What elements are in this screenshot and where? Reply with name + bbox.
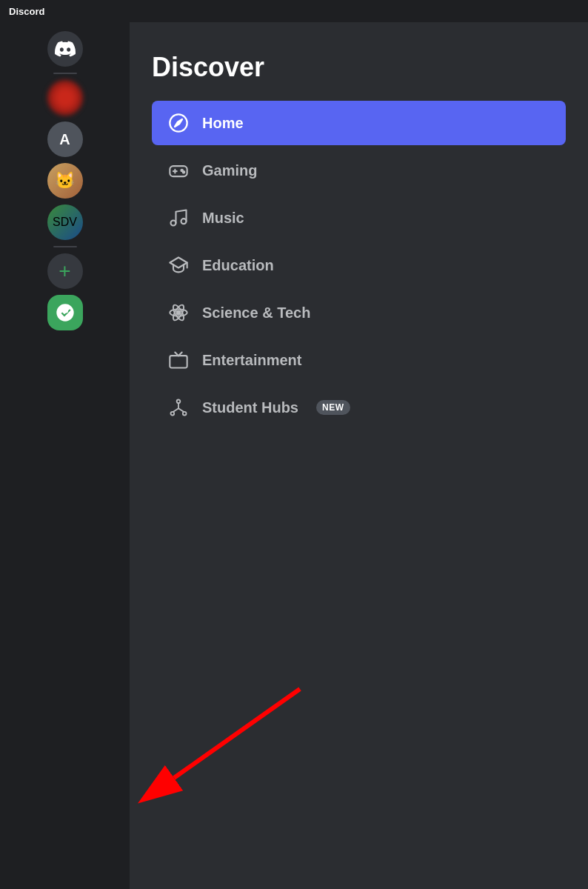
nav-item-home[interactable]: Home xyxy=(152,101,566,145)
sidebar-item-discover[interactable] xyxy=(47,295,83,330)
nav-item-music[interactable]: Music xyxy=(152,196,566,240)
nav-item-education[interactable]: Education xyxy=(152,243,566,287)
sidebar-divider-2 xyxy=(53,246,77,247)
nav-label-education: Education xyxy=(202,257,274,274)
sidebar-item-add-server[interactable]: + xyxy=(47,253,83,289)
server-letter: A xyxy=(59,131,70,148)
svg-point-12 xyxy=(177,311,181,315)
nav-item-student-hubs[interactable]: Student Hubs NEW xyxy=(152,385,566,430)
svg-marker-10 xyxy=(170,258,187,268)
nav-label-gaming: Gaming xyxy=(202,162,257,179)
svg-marker-2 xyxy=(175,119,182,127)
nav-label-entertainment: Entertainment xyxy=(202,352,301,369)
svg-point-7 xyxy=(183,171,184,173)
category-nav: Home Gaming xyxy=(152,101,566,430)
sidebar-item-server1[interactable] xyxy=(47,80,83,116)
sidebar-item-server-a[interactable]: A xyxy=(47,121,83,157)
nav-label-science: Science & Tech xyxy=(202,304,310,322)
plus-icon: + xyxy=(59,259,70,283)
new-badge: NEW xyxy=(316,400,350,415)
cat-emoji: 🐱 xyxy=(55,171,75,190)
title-bar: Discord xyxy=(0,0,588,22)
sidebar-item-sdv[interactable]: SDV xyxy=(47,204,83,240)
tv-icon xyxy=(167,348,190,372)
main-panel: Discover Home Ga xyxy=(130,22,588,889)
gamepad-icon xyxy=(167,159,190,182)
music-icon xyxy=(167,206,190,230)
nav-label-student-hubs: Student Hubs xyxy=(202,399,298,416)
app-title: Discord xyxy=(9,6,44,17)
page-title: Discover xyxy=(152,52,566,83)
svg-rect-16 xyxy=(170,356,187,367)
svg-point-8 xyxy=(171,221,176,226)
hub-icon xyxy=(167,396,190,419)
sidebar-divider xyxy=(53,73,77,74)
sidebar-item-game-server[interactable]: 🐱 xyxy=(47,163,83,199)
compass-icon xyxy=(167,111,190,135)
sdv-label: SDV xyxy=(53,216,77,229)
svg-line-24 xyxy=(178,408,184,412)
server-sidebar: A 🐱 SDV + xyxy=(0,22,130,889)
nav-item-science[interactable]: Science & Tech xyxy=(152,290,566,335)
nav-label-home: Home xyxy=(202,115,244,132)
sidebar-item-discord-home[interactable] xyxy=(47,31,83,67)
atom-icon xyxy=(167,301,190,324)
svg-line-23 xyxy=(173,408,178,412)
nav-item-entertainment[interactable]: Entertainment xyxy=(152,338,566,382)
nav-label-music: Music xyxy=(202,210,244,227)
nav-item-gaming[interactable]: Gaming xyxy=(152,148,566,193)
svg-point-9 xyxy=(181,219,187,224)
graduation-icon xyxy=(167,253,190,277)
